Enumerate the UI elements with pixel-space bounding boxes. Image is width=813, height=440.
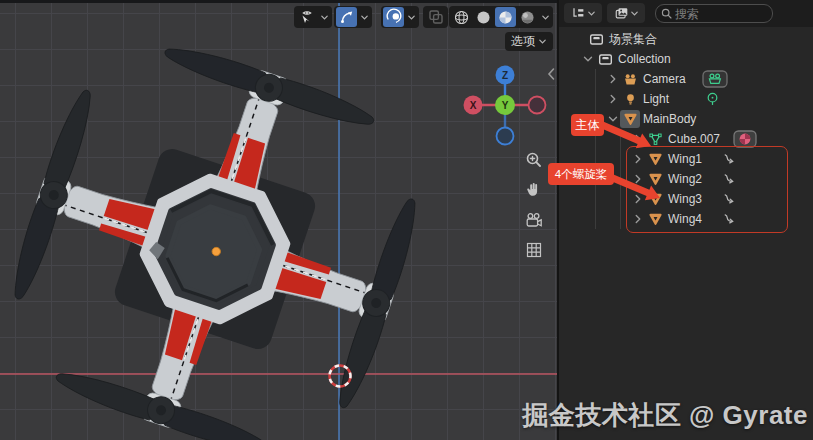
toolbar-group-proportional: [381, 6, 419, 28]
dropdown-chevron-icon[interactable]: [539, 7, 551, 27]
outliner-search-box[interactable]: [655, 4, 773, 23]
dropdown-chevron-icon[interactable]: [318, 7, 330, 27]
camera-data-badge[interactable]: [702, 70, 728, 88]
solid-shading-icon: [475, 9, 492, 26]
blender-window: 选项 Z X Y: [0, 0, 813, 440]
gizmo-y-label: Y: [502, 100, 509, 111]
mesh-object-icon: [620, 110, 640, 128]
light-data-badge[interactable]: [705, 90, 720, 108]
viewport-side-tools: [524, 150, 544, 260]
snap-button[interactable]: [336, 7, 357, 27]
grid-icon[interactable]: [524, 240, 544, 260]
zoom-icon[interactable]: [524, 150, 544, 170]
options-label: 选项: [511, 33, 535, 50]
proportional-editing-icon: [385, 8, 403, 26]
search-input[interactable]: [673, 6, 768, 22]
outliner-item-label: MainBody: [643, 112, 696, 126]
propellers-highlight-box: [626, 146, 788, 233]
material-preview-icon: [497, 9, 514, 26]
hand-icon[interactable]: [524, 180, 544, 200]
viewport-options-button[interactable]: 选项: [505, 32, 553, 51]
outliner-row-light[interactable]: Light: [559, 89, 813, 109]
propellers-annotation-text: 4个螺旋桨: [555, 167, 607, 182]
material-preview-button[interactable]: [495, 7, 516, 27]
solid-shading-button[interactable]: [473, 7, 494, 27]
dropdown-chevron-icon: [587, 9, 596, 18]
expand-right-icon[interactable]: [605, 89, 620, 109]
main-body-annotation-label: 主体: [571, 114, 604, 136]
xray-button[interactable]: [425, 7, 446, 27]
gizmo-visibility-button[interactable]: [296, 7, 317, 27]
toolbar-group-shading: [449, 6, 553, 28]
gizmo-x-label: X: [470, 100, 477, 111]
toolbar-group-gizmo: [294, 6, 332, 28]
panel-collapse-chevron-icon[interactable]: [545, 66, 557, 82]
outliner-item-label: Light: [643, 92, 669, 106]
outliner-item-label: 场景集合: [609, 31, 657, 48]
expand-down-icon[interactable]: [605, 109, 620, 129]
3d-viewport[interactable]: 选项 Z X Y: [0, 0, 557, 440]
toolbar-group-snap: [334, 6, 372, 28]
gizmo-axis-x-neg[interactable]: [529, 97, 546, 114]
dropdown-chevron-icon: [630, 9, 639, 18]
camera-object-icon: [620, 70, 640, 88]
image-stack-icon: [614, 6, 629, 21]
main-body-annotation-text: 主体: [576, 117, 600, 134]
collection-icon: [595, 50, 615, 68]
propellers-annotation-label: 4个螺旋桨: [548, 163, 614, 185]
chevron-spacer: [571, 29, 586, 49]
3d-cursor: [322, 358, 358, 394]
camera-view-icon[interactable]: [524, 210, 544, 230]
snap-icon: [338, 8, 356, 26]
wireframe-shading-icon: [453, 9, 470, 26]
wireframe-shading-button[interactable]: [451, 7, 472, 27]
expand-right-icon[interactable]: [605, 69, 620, 89]
outliner-row-camera[interactable]: Camera: [559, 69, 813, 89]
light-object-icon: [620, 90, 640, 108]
gizmo-z-label: Z: [502, 70, 508, 81]
search-icon: [660, 7, 673, 20]
outliner-item-label: Cube.007: [668, 132, 720, 146]
proportional-editing-button[interactable]: [383, 7, 404, 27]
outliner-row-scene-collection[interactable]: 场景集合: [559, 29, 813, 49]
xray-icon: [427, 8, 445, 26]
rendered-shading-icon: [519, 9, 536, 26]
watermark-text: 掘金技术社区 @ Gyrate: [522, 398, 808, 433]
editor-type-button[interactable]: [564, 3, 602, 23]
outliner-header: [559, 0, 813, 27]
outliner-item-label: Camera: [643, 72, 686, 86]
dropdown-chevron-icon: [538, 37, 547, 46]
dropdown-chevron-icon[interactable]: [405, 7, 417, 27]
toolbar-group-xray: [423, 6, 448, 28]
outliner-row-collection[interactable]: Collection: [559, 49, 813, 69]
expand-down-icon[interactable]: [580, 49, 595, 69]
dropdown-chevron-icon[interactable]: [358, 7, 370, 27]
gizmo-visibility-icon: [298, 8, 316, 26]
outliner-tree-icon: [571, 6, 586, 21]
display-mode-button[interactable]: [607, 3, 645, 23]
navigation-gizmo[interactable]: Z X Y: [455, 55, 555, 155]
collection-icon: [586, 30, 606, 48]
rendered-shading-button[interactable]: [517, 7, 538, 27]
outliner-item-label: Collection: [618, 52, 671, 66]
gizmo-axis-z-neg[interactable]: [497, 128, 514, 145]
